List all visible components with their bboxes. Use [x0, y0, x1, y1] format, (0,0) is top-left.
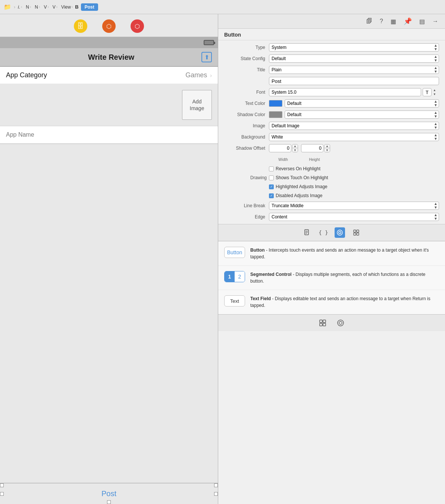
- edge-select[interactable]: Content: [269, 213, 439, 221]
- svg-point-14: [338, 320, 344, 326]
- review-text-area[interactable]: [0, 144, 218, 483]
- resize-handle-top-left[interactable]: [0, 483, 4, 487]
- image-control: Default Image ▲▼: [269, 122, 439, 130]
- code-bracket-icon: { }: [319, 230, 328, 236]
- inspector-top-icons: 🗐 ? ▦ 📌 ▤ →: [218, 14, 445, 29]
- toolbar-item-v1[interactable]: V ›: [42, 4, 50, 10]
- background-select[interactable]: White: [269, 133, 439, 141]
- inspector-title: Button: [218, 29, 445, 40]
- toolbar-view[interactable]: View ›: [60, 4, 74, 10]
- title-label: Title: [224, 67, 265, 72]
- reverses-checkbox[interactable]: [269, 167, 274, 171]
- shadow-color-select[interactable]: Default: [285, 111, 439, 119]
- shadow-color-content: Default ▲▼: [269, 111, 439, 119]
- bold-indicator: B: [75, 4, 78, 10]
- help-item-button: Button Button - Intercepts touch events …: [218, 242, 445, 266]
- storyboard-tab-3[interactable]: ⬡: [131, 19, 144, 33]
- line-break-select[interactable]: Truncate Middle: [269, 202, 439, 210]
- width-stepper-up[interactable]: ▲: [292, 144, 298, 148]
- storyboard-tab-2[interactable]: ⬡: [102, 19, 116, 33]
- ios-post-button[interactable]: Post: [101, 489, 116, 498]
- bottom-control-bar: [218, 314, 445, 331]
- attributes-inspector-icon[interactable]: 📌: [403, 16, 413, 26]
- tab-file-icon[interactable]: [302, 227, 312, 238]
- resize-handle-bottom[interactable]: [107, 500, 111, 504]
- toolbar-post-button[interactable]: Post: [81, 3, 98, 11]
- add-image-button[interactable]: AddImage: [182, 90, 212, 120]
- height-stepper-down[interactable]: ▼: [325, 148, 330, 152]
- nav-title: Write Review: [88, 53, 134, 62]
- toolbar-folder[interactable]: 📁: [2, 3, 13, 11]
- main-area: 🗄 ⬡ ⬡ Write Review ⬆: [0, 14, 445, 504]
- resize-handle-left[interactable]: [0, 492, 4, 496]
- svg-rect-13: [323, 323, 326, 326]
- height-stepper-up[interactable]: ▲: [325, 144, 330, 148]
- sep1: ›: [14, 4, 15, 10]
- highlighted-checkbox[interactable]: [269, 184, 274, 189]
- post-text-input[interactable]: [269, 77, 439, 85]
- shadow-color-control: Default ▲▼: [269, 111, 439, 119]
- resize-handle-top-right[interactable]: [214, 483, 218, 487]
- tab-attributes-icon[interactable]: [335, 227, 345, 238]
- shadow-color-swatch[interactable]: [269, 111, 282, 118]
- shadow-height-field: ▲ ▼: [301, 144, 330, 152]
- left-panel: 🗄 ⬡ ⬡ Write Review ⬆: [0, 14, 218, 504]
- shows-touch-checkbox[interactable]: [269, 175, 274, 180]
- bottom-grid-icon[interactable]: [317, 318, 328, 328]
- app-name-input[interactable]: [0, 126, 218, 144]
- state-config-select[interactable]: Default: [269, 55, 439, 63]
- help-item-segmented: 1 2 Segmented Control - Displays multipl…: [218, 266, 445, 290]
- storyboard-tab-1[interactable]: 🗄: [74, 19, 87, 33]
- view-label: View: [61, 4, 71, 10]
- shadow-width-input[interactable]: [269, 144, 291, 152]
- text-color-control: Default ▲▼: [269, 99, 439, 108]
- help-segmented-title: Segmented Control: [250, 272, 292, 277]
- toolbar-item-n1[interactable]: N ›: [24, 4, 32, 10]
- disabled-label: Disabled Adjusts Image: [276, 193, 322, 198]
- text-color-select[interactable]: Default: [285, 99, 439, 108]
- shadow-color-label: Shadow Color: [224, 112, 265, 117]
- reverses-label: Reverses On Highlight: [276, 166, 320, 171]
- font-stepper-up[interactable]: ▲: [433, 88, 439, 92]
- tab-code-icon[interactable]: { }: [318, 227, 329, 238]
- file-inspector-icon[interactable]: 🗐: [366, 17, 373, 25]
- title-control: Plain ▲▼: [269, 66, 439, 74]
- ios-navigation-bar: Write Review ⬆: [0, 48, 218, 66]
- chevron-right-icon: ›: [210, 72, 212, 78]
- size-inspector-icon[interactable]: ▤: [419, 17, 426, 26]
- bottom-circle-icon[interactable]: [335, 318, 346, 328]
- connections-inspector-icon[interactable]: →: [432, 17, 439, 25]
- cube-icon: ⬡: [106, 23, 112, 30]
- resize-handle-right[interactable]: [214, 492, 218, 496]
- width-stepper-down[interactable]: ▼: [292, 148, 298, 152]
- title-select[interactable]: Plain: [269, 66, 439, 74]
- shadow-color-select-wrap: Default ▲▼: [285, 111, 439, 119]
- font-picker-button[interactable]: T: [423, 88, 432, 96]
- toolbar-item-v2[interactable]: V ›: [51, 4, 59, 10]
- disabled-checkbox[interactable]: [269, 193, 274, 198]
- chevron-right-icon-5: ›: [56, 5, 57, 9]
- text-color-swatch[interactable]: [269, 100, 282, 107]
- image-select[interactable]: Default Image: [269, 122, 439, 130]
- tab-grid-icon[interactable]: [351, 227, 361, 238]
- view-icon: ⬡: [135, 23, 140, 30]
- help-inspector-icon[interactable]: ?: [379, 17, 384, 25]
- reverses-checkbox-item: Reverses On Highlight: [269, 166, 320, 171]
- type-select[interactable]: System: [269, 43, 439, 52]
- identity-inspector-icon[interactable]: ▦: [390, 17, 397, 26]
- font-input[interactable]: [269, 88, 421, 96]
- toolbar-item-n2[interactable]: N ›: [33, 4, 41, 10]
- font-stepper-down[interactable]: ▼: [433, 92, 439, 96]
- svg-rect-7: [357, 230, 359, 232]
- help-text-label: Text: [230, 298, 239, 304]
- share-button[interactable]: ⬆: [201, 52, 212, 62]
- app-category-row[interactable]: App Category Games ›: [0, 67, 218, 84]
- help-button-preview: Button: [224, 247, 245, 258]
- state-config-label: State Config: [224, 56, 265, 61]
- toolbar-item-i[interactable]: i. ›: [16, 4, 23, 10]
- font-stepper[interactable]: ▲ ▼: [433, 88, 439, 96]
- chevron-right-icon-3: ›: [39, 5, 40, 9]
- help-textfield-description: - Displays editable text and sends an ac…: [250, 296, 430, 308]
- shadow-height-input[interactable]: [301, 144, 323, 152]
- line-break-control: Truncate Middle ▲▼: [269, 202, 439, 210]
